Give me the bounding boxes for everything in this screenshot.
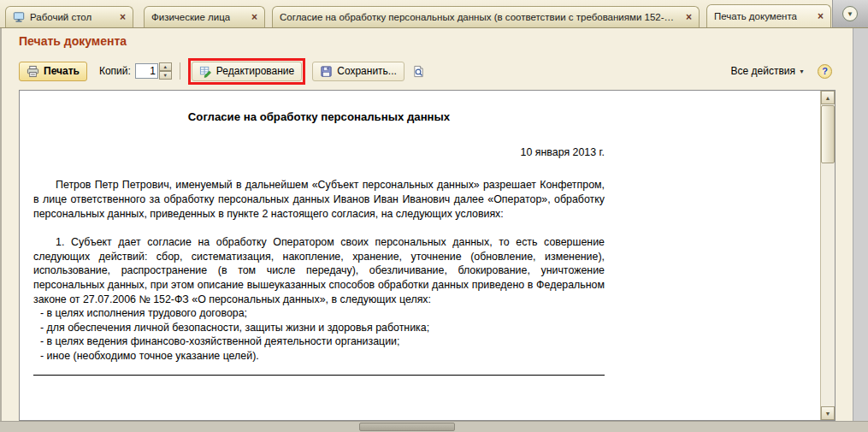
annotation-highlight: Редактирование	[188, 58, 305, 85]
chevron-down-icon: ▼	[799, 68, 805, 74]
vertical-scrollbar[interactable]: ▲ ▼	[820, 91, 835, 420]
spinner-down-icon[interactable]: ▼	[159, 71, 172, 80]
preview-button[interactable]	[408, 62, 429, 81]
spinner-up-icon[interactable]: ▲	[159, 62, 172, 71]
all-actions-label: Все действия	[731, 65, 795, 77]
arrow-down-icon: ▼	[825, 411, 831, 417]
document-paragraph: Петров Петр Петрович, именуемый в дальне…	[33, 178, 605, 221]
save-icon	[320, 65, 333, 78]
edit-icon	[199, 65, 212, 78]
tab-label: Рабочий стол	[30, 12, 92, 22]
document-date: 10 января 2013 г.	[33, 145, 605, 160]
tab-label: Печать документа	[714, 11, 797, 21]
tab-consent-form[interactable]: Согласие на обработку персональных данны…	[272, 6, 700, 27]
horizontal-scroll-thumb[interactable]	[359, 423, 455, 431]
question-mark-icon: ?	[822, 66, 828, 76]
tab-close-icon[interactable]: ×	[115, 11, 126, 23]
tab-label: Физические лица	[151, 12, 230, 22]
document-list-item: - в целях ведения финансово-хозяйственно…	[33, 334, 605, 349]
save-button[interactable]: Сохранить...	[312, 62, 404, 81]
tab-close-icon[interactable]: ×	[246, 11, 257, 23]
chevron-down-icon: ▼	[847, 10, 853, 18]
scroll-down-button[interactable]: ▼	[821, 406, 835, 420]
desktop-icon	[13, 11, 25, 23]
document-paragraph: 1. Субъект дает согласие на обработку Оп…	[33, 235, 605, 306]
copies-label: Копий:	[99, 65, 131, 77]
document-list-item: - иное (необходимо точное указание целей…	[33, 349, 605, 364]
horizontal-scrollbar[interactable]	[0, 421, 868, 432]
printer-icon	[27, 65, 39, 78]
tab-bar: Рабочий стол × Физические лица × Согласи…	[0, 0, 868, 28]
document-signature-line	[33, 375, 605, 376]
save-button-label: Сохранить...	[337, 65, 397, 77]
tab-print-document[interactable]: Печать документа ×	[706, 4, 831, 27]
scroll-up-button[interactable]: ▲	[821, 91, 835, 104]
copies-stepper[interactable]: ▲ ▼	[159, 62, 172, 80]
tab-individuals[interactable]: Физические лица ×	[144, 6, 265, 27]
vertical-scroll-thumb[interactable]	[821, 105, 835, 163]
help-button[interactable]: ?	[818, 64, 832, 79]
window-left-edge	[0, 28, 2, 432]
edit-button-label: Редактирование	[216, 65, 294, 77]
tab-list-dropdown-button[interactable]: ▼	[842, 6, 858, 21]
tab-label: Согласие на обработку персональных данны…	[280, 12, 676, 22]
tab-close-icon[interactable]: ×	[681, 11, 692, 23]
document-list-item: - в целях исполнения трудового договора;	[33, 306, 605, 321]
arrow-up-icon: ▲	[825, 95, 831, 101]
document-list-item: - для обеспечения личной безопасности, з…	[33, 321, 605, 335]
document-page: Согласие на обработку персональных данны…	[33, 91, 605, 420]
all-actions-button[interactable]: Все действия ▼	[726, 62, 810, 80]
window-right-band	[853, 28, 868, 421]
tab-close-icon[interactable]: ×	[812, 10, 824, 22]
tab-desktop[interactable]: Рабочий стол ×	[5, 6, 133, 27]
document-preview-panel: Согласие на обработку персональных данны…	[19, 90, 836, 421]
app-window: Рабочий стол × Физические лица × Согласи…	[0, 0, 868, 432]
document-title: Согласие на обработку персональных данны…	[33, 109, 605, 125]
toolbar: Печать Копий: ▲ ▼ Редактирование	[19, 55, 832, 87]
edit-button[interactable]: Редактирование	[192, 62, 302, 81]
print-button[interactable]: Печать	[19, 62, 87, 81]
print-button-label: Печать	[44, 65, 80, 77]
copies-input[interactable]	[135, 63, 158, 79]
toolbar-separator	[180, 62, 180, 80]
page-title: Печать документа	[19, 34, 127, 48]
page-magnifier-icon	[412, 65, 425, 78]
